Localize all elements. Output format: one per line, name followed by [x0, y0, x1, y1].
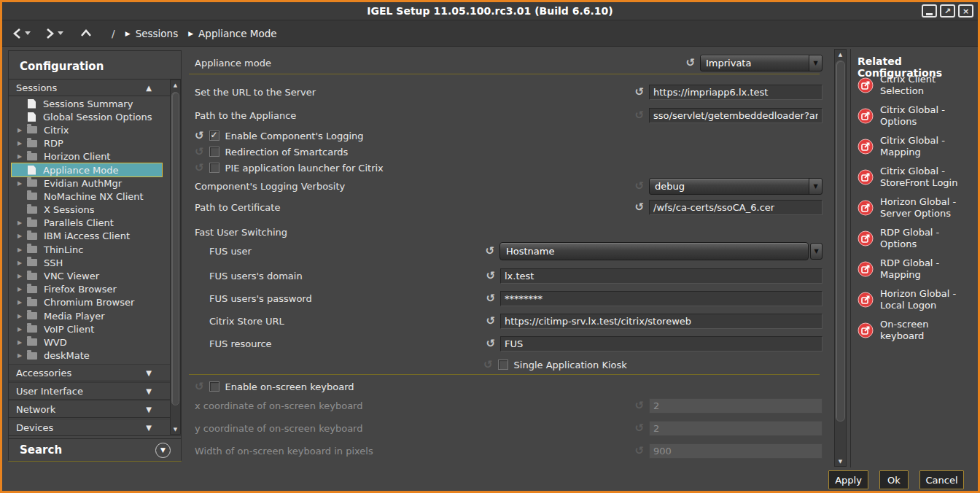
dropdown-arrow-icon[interactable]: ▼ [809, 179, 822, 194]
sidebar-item-deskmate[interactable]: ▶deskMate [12, 349, 162, 362]
sidebar-item-vnc-viewer[interactable]: ▶VNC Viewer [12, 269, 162, 282]
related-link-horizon-global-local-logon[interactable]: Horizon Global - Local Logon [858, 287, 978, 311]
scroll-up-icon[interactable]: ▲ [171, 80, 180, 90]
expand-arrow-icon[interactable]: ▶ [18, 153, 27, 160]
single-app-kiosk-checkbox[interactable] [498, 360, 508, 370]
reset-to-default-icon[interactable]: ↺ [195, 163, 204, 174]
reset-to-default-icon[interactable]: ↺ [634, 202, 644, 213]
scroll-down-icon[interactable]: ▼ [835, 457, 846, 466]
title-bar[interactable]: IGEL Setup 11.05.100.rc3.01 (Build 6.6.1… [2, 2, 978, 20]
ok-button[interactable]: Ok [879, 470, 909, 489]
fus-user-combobox[interactable]: Hostname ▼ [499, 242, 822, 260]
open-configuration-icon[interactable] [858, 261, 874, 277]
expand-arrow-icon[interactable]: ▶ [18, 326, 27, 333]
expand-arrow-icon[interactable]: ▶ [18, 180, 27, 187]
breadcrumb-appliance-mode[interactable]: ▶ Appliance Mode [188, 28, 276, 39]
reset-to-default-icon[interactable]: ↺ [485, 246, 494, 257]
sidebar-search[interactable]: Search ▼ [9, 438, 181, 461]
sidebar-section-sessions[interactable]: Sessions ▲ [9, 79, 181, 96]
reset-to-default-icon[interactable]: ↺ [634, 110, 644, 121]
reset-to-default-icon[interactable]: ↺ [483, 360, 493, 370]
open-configuration-icon[interactable] [858, 77, 874, 93]
fus-password-input[interactable] [500, 291, 822, 306]
expand-arrow-icon[interactable]: ▶ [18, 233, 27, 239]
sidebar-item-chromium-browser[interactable]: ▶Chromium Browser [12, 296, 162, 309]
open-configuration-icon[interactable] [858, 322, 874, 338]
expand-arrow-icon[interactable]: ▶ [18, 286, 27, 292]
enable-osk-checkbox[interactable] [209, 381, 219, 392]
main-scrollbar[interactable]: ▲ ▼ [834, 49, 847, 467]
related-link-citrix-global-mapping[interactable]: Citrix Global - Mapping [858, 134, 978, 158]
enable-logging-checkbox[interactable] [209, 131, 219, 141]
sidebar-item-nomachine-nx-client[interactable]: NoMachine NX Client [12, 190, 162, 203]
sidebar-item-evidian-authmgr[interactable]: ▶Evidian AuthMgr [12, 176, 162, 190]
smartcard-redirection-checkbox[interactable] [209, 147, 219, 157]
sidebar-item-parallels-client[interactable]: ▶Parallels Client [12, 217, 162, 230]
expand-arrow-icon[interactable]: ▶ [18, 140, 27, 147]
breadcrumb-root[interactable]: / [112, 28, 115, 39]
scroll-down-icon[interactable]: ▼ [171, 424, 180, 434]
open-configuration-icon[interactable] [858, 230, 874, 246]
expand-arrow-icon[interactable]: ▶ [18, 260, 27, 266]
related-link-horizon-global-server-options[interactable]: Horizon Global - Server Options [858, 195, 978, 220]
sidebar-item-wvd[interactable]: ▶WVD [12, 335, 162, 349]
expand-arrow-icon[interactable]: ▶ [18, 127, 27, 133]
reset-to-default-icon[interactable]: ↺ [195, 381, 204, 392]
sidebar-item-firefox-browser[interactable]: ▶Firefox Browser [12, 283, 162, 296]
related-link-citrix-global-storefront-login[interactable]: Citrix Global - StoreFront Login [858, 165, 978, 189]
sidebar-section-accessories[interactable]: Accessories ▼ [9, 364, 181, 381]
forward-history-caret-icon[interactable] [58, 31, 63, 35]
back-history-caret-icon[interactable] [25, 31, 31, 35]
logging-verbosity-select[interactable]: debug ▼ [649, 178, 822, 195]
open-configuration-icon[interactable] [858, 139, 874, 155]
sidebar-item-appliance-mode[interactable]: Appliance Mode [12, 163, 162, 176]
citrix-store-url-input[interactable] [500, 314, 822, 329]
expand-arrow-icon[interactable]: ▶ [18, 313, 27, 319]
reset-to-default-icon[interactable]: ↺ [195, 131, 204, 141]
sidebar-item-media-player[interactable]: ▶Media Player [12, 309, 162, 322]
open-configuration-icon[interactable] [858, 200, 874, 216]
sidebar-section-user-interface[interactable]: User Interface ▼ [9, 382, 181, 400]
reset-to-default-icon[interactable]: ↺ [486, 293, 495, 304]
server-url-input[interactable] [649, 85, 822, 100]
open-configuration-icon[interactable] [858, 292, 874, 308]
sidebar-item-ibm-iaccess-client[interactable]: ▶IBM iAccess Client [12, 230, 162, 243]
expand-arrow-icon[interactable]: ▶ [18, 339, 27, 346]
expand-arrow-icon[interactable]: ▶ [18, 220, 27, 226]
search-expand-icon[interactable]: ▼ [155, 443, 171, 458]
pie-launcher-checkbox[interactable] [209, 163, 219, 173]
sidebar-item-horizon-client[interactable]: ▶Horizon Client [12, 150, 162, 163]
fus-domain-input[interactable] [500, 268, 822, 284]
sidebar-item-voip-client[interactable]: ▶VoIP Client [12, 322, 162, 335]
minimize-button[interactable] [922, 4, 937, 18]
nav-up-button[interactable] [79, 28, 93, 38]
fus-resource-input[interactable] [500, 336, 822, 352]
scrollbar-thumb[interactable] [171, 92, 179, 405]
related-link-rdp-global-options[interactable]: RDP Global - Options [858, 226, 978, 250]
open-configuration-icon[interactable] [858, 169, 874, 185]
expand-arrow-icon[interactable]: ▶ [18, 246, 27, 253]
dropdown-arrow-icon[interactable]: ▼ [809, 55, 822, 71]
reset-to-default-icon[interactable]: ↺ [486, 338, 495, 349]
reset-to-default-icon[interactable]: ↺ [634, 87, 644, 98]
sidebar-item-citrix[interactable]: ▶Citrix [12, 123, 162, 136]
sidebar-item-thinlinc[interactable]: ▶ThinLinc [12, 243, 162, 256]
open-configuration-icon[interactable] [858, 108, 874, 124]
expand-arrow-icon[interactable]: ▶ [18, 299, 27, 306]
reset-to-default-icon[interactable]: ↺ [486, 316, 495, 327]
cancel-button[interactable]: Cancel [919, 470, 964, 489]
sidebar-item-x-sessions[interactable]: X Sessions [12, 203, 162, 217]
appliance-path-input[interactable] [649, 108, 822, 123]
scrollbar-thumb[interactable] [836, 61, 845, 422]
reset-to-default-icon[interactable]: ↺ [685, 58, 695, 69]
expand-arrow-icon[interactable]: ▶ [18, 352, 27, 359]
breadcrumb-sessions[interactable]: ▶ Sessions [125, 28, 178, 39]
sidebar-section-network[interactable]: Network ▼ [9, 400, 181, 418]
sidebar-scrollbar[interactable]: ▲ ▼ [170, 79, 181, 435]
related-link-on-screen-keyboard[interactable]: On-screen keyboard [858, 318, 978, 342]
reset-to-default-icon[interactable]: ↺ [195, 147, 204, 158]
nav-back-button[interactable] [12, 28, 31, 39]
reset-to-default-icon[interactable]: ↺ [486, 271, 495, 282]
reset-to-default-icon[interactable]: ↺ [634, 181, 644, 192]
close-button[interactable]: × [958, 4, 973, 18]
